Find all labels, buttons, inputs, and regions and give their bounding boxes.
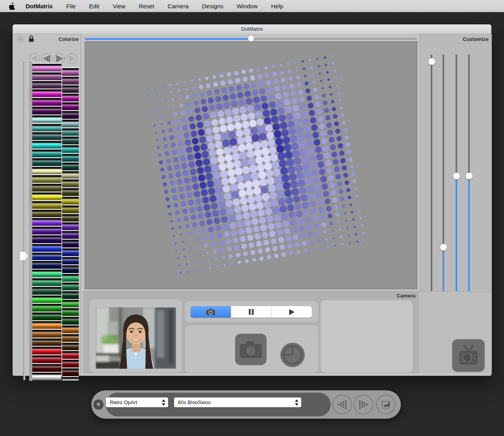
palette-strip[interactable] (32, 217, 61, 226)
palette-strip[interactable] (32, 277, 61, 286)
render-canvas[interactable] (85, 41, 417, 289)
palette-strip[interactable] (32, 320, 61, 329)
menu-item-help[interactable]: Help (271, 3, 284, 9)
palette-strip[interactable] (62, 239, 79, 248)
palette-strip[interactable] (62, 256, 79, 265)
previous-design-button[interactable] (332, 395, 352, 414)
random-design-button[interactable] (376, 395, 396, 414)
palette-strip[interactable] (32, 372, 61, 381)
palette-strip[interactable] (32, 97, 61, 106)
hud-close-button[interactable]: ✕ (93, 399, 104, 410)
customize-slider-3-thumb[interactable] (453, 173, 460, 179)
palette-strip[interactable] (62, 359, 79, 368)
window-title-bar[interactable]: DotMatrix (13, 24, 491, 34)
palette-strip[interactable] (32, 63, 61, 72)
customize-slider-1-track[interactable] (431, 54, 432, 292)
palette-strip[interactable] (62, 325, 79, 333)
palette-strip[interactable] (62, 282, 79, 290)
palette-strip[interactable] (62, 350, 79, 359)
palette-strip[interactable] (62, 170, 79, 179)
palette-strip[interactable] (62, 368, 79, 376)
palette-strip[interactable] (62, 93, 79, 102)
palette-strip[interactable] (62, 273, 79, 282)
palette-strip[interactable] (32, 346, 61, 355)
customize-slider-2-thumb[interactable] (440, 244, 447, 251)
palette-strip[interactable] (32, 115, 61, 123)
palette-strip[interactable] (32, 166, 61, 175)
snapshot-button[interactable] (235, 334, 267, 365)
segment-record[interactable] (191, 306, 231, 318)
palette-strip[interactable] (32, 269, 61, 277)
palette-step-back-button[interactable] (41, 53, 52, 64)
menu-item-view[interactable]: View (113, 3, 125, 9)
palette-strip[interactable] (62, 342, 79, 351)
palette-strip[interactable] (32, 329, 61, 338)
palette-strip[interactable] (62, 248, 79, 256)
palette-strip[interactable] (62, 213, 79, 222)
apple-menu-icon[interactable] (9, 2, 15, 10)
palette-strip[interactable] (32, 312, 61, 320)
palette-strip[interactable] (32, 89, 61, 97)
palette-strip[interactable] (62, 144, 79, 153)
palette-strip[interactable] (62, 307, 79, 316)
palette-strip[interactable] (62, 333, 79, 342)
palette-strip[interactable] (32, 80, 61, 89)
palette-strip[interactable] (62, 222, 79, 230)
palette-strip[interactable] (32, 363, 61, 372)
customize-slider-4-thumb[interactable] (466, 173, 472, 179)
palette-strip[interactable] (62, 264, 79, 273)
dot-size-slider[interactable] (85, 36, 417, 42)
palette-strip[interactable] (32, 243, 61, 252)
palette-strip[interactable] (62, 299, 79, 308)
palette-strip[interactable] (62, 136, 79, 144)
palette-strip[interactable] (62, 76, 79, 85)
palette-strip[interactable] (32, 174, 61, 183)
style-category-select[interactable]: Retro OpArt (106, 397, 168, 407)
palette-strip[interactable] (32, 72, 61, 80)
palette-strip[interactable] (32, 303, 61, 312)
segment-play[interactable] (272, 306, 312, 318)
palette-strip[interactable] (62, 316, 79, 325)
palette-strip[interactable] (32, 157, 61, 166)
palette-strip[interactable] (32, 200, 61, 209)
palette-strip[interactable] (32, 355, 61, 363)
menu-item-file[interactable]: File (66, 3, 76, 9)
palette-strip[interactable] (62, 376, 79, 381)
palette-strip[interactable] (62, 153, 79, 162)
next-design-button[interactable] (354, 395, 373, 414)
palette-strip[interactable] (32, 338, 61, 346)
palette-strip[interactable] (32, 192, 61, 200)
timer-button[interactable] (280, 343, 305, 367)
palette-strip[interactable] (62, 110, 79, 119)
palette-scroll-track[interactable] (23, 61, 25, 380)
palette-strip[interactable] (62, 205, 79, 213)
segment-pause[interactable] (231, 306, 272, 318)
palette-strip[interactable] (62, 196, 79, 205)
palette-step-forward-button[interactable] (54, 53, 65, 64)
menu-item-reset[interactable]: Reset (139, 3, 154, 9)
palette-strip[interactable] (62, 127, 79, 136)
palette-strip[interactable] (62, 187, 79, 196)
tv-export-button[interactable] (452, 339, 485, 372)
palette-strip[interactable] (32, 106, 61, 115)
menu-app-name[interactable]: DotMatrix (26, 3, 53, 9)
palette-reset-button[interactable] (17, 36, 24, 42)
palette-jump-last-button[interactable] (67, 53, 78, 64)
palette-strip[interactable] (62, 85, 79, 93)
palette-strip[interactable] (62, 230, 79, 239)
palette-strip[interactable] (32, 123, 61, 132)
palette-strip[interactable] (32, 226, 61, 235)
style-preset-select[interactable]: 60s BlooSwoo (174, 397, 301, 407)
palette-strip[interactable] (32, 131, 61, 140)
menu-item-window[interactable]: Window (237, 3, 258, 9)
palette-strip[interactable] (62, 179, 79, 187)
menu-item-edit[interactable]: Edit (89, 3, 99, 9)
palette-strip[interactable] (32, 286, 61, 295)
palette-strip[interactable] (32, 209, 61, 218)
palette-strip[interactable] (32, 183, 61, 192)
palette-strip[interactable] (32, 235, 61, 243)
palette-strip[interactable] (62, 102, 79, 110)
menu-item-camera[interactable]: Camera (168, 3, 189, 9)
palette-strip[interactable] (62, 67, 79, 76)
palette-strip[interactable] (62, 290, 79, 299)
